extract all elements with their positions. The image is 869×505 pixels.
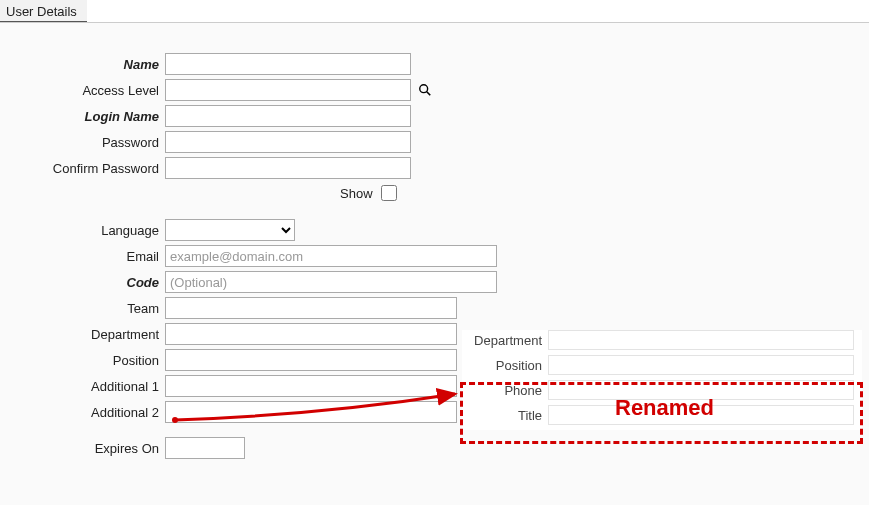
team-input[interactable] — [165, 297, 457, 319]
overlay-position-input[interactable] — [548, 355, 854, 375]
label-show: Show — [340, 186, 373, 201]
user-details-panel: Name Access Level Login Name Password Co… — [0, 22, 869, 505]
language-select[interactable] — [165, 219, 295, 241]
label-position: Position — [0, 353, 165, 368]
renamed-fields-overlay: Department Position Phone Title — [462, 330, 862, 430]
position-input[interactable] — [165, 349, 457, 371]
label-email: Email — [0, 249, 165, 264]
login-name-input[interactable] — [165, 105, 411, 127]
overlay-label-title: Title — [462, 408, 548, 423]
confirm-password-input[interactable] — [165, 157, 411, 179]
svg-line-1 — [427, 92, 431, 96]
tab-user-details[interactable]: User Details — [0, 0, 87, 23]
department-input[interactable] — [165, 323, 457, 345]
label-additional1: Additional 1 — [0, 379, 165, 394]
additional2-input[interactable] — [165, 401, 457, 423]
name-input[interactable] — [165, 53, 411, 75]
label-login-name: Login Name — [0, 109, 165, 124]
show-password-checkbox[interactable] — [381, 185, 397, 201]
label-additional2: Additional 2 — [0, 405, 165, 420]
code-input[interactable] — [165, 271, 497, 293]
additional1-input[interactable] — [165, 375, 457, 397]
search-icon — [418, 83, 432, 97]
label-language: Language — [0, 223, 165, 238]
label-team: Team — [0, 301, 165, 316]
password-input[interactable] — [165, 131, 411, 153]
label-department: Department — [0, 327, 165, 342]
overlay-label-department: Department — [462, 333, 548, 348]
access-level-search-button[interactable] — [415, 80, 435, 100]
label-code: Code — [0, 275, 165, 290]
label-access-level: Access Level — [0, 83, 165, 98]
overlay-label-position: Position — [462, 358, 548, 373]
email-input[interactable] — [165, 245, 497, 267]
overlay-department-input[interactable] — [548, 330, 854, 350]
overlay-title-input[interactable] — [548, 405, 854, 425]
overlay-label-phone: Phone — [462, 383, 548, 398]
svg-point-0 — [420, 85, 428, 93]
access-level-input[interactable] — [165, 79, 411, 101]
label-name: Name — [0, 57, 165, 72]
label-expires-on: Expires On — [0, 441, 165, 456]
expires-on-input[interactable] — [165, 437, 245, 459]
label-password: Password — [0, 135, 165, 150]
label-confirm-password: Confirm Password — [0, 161, 165, 176]
tab-label: User Details — [6, 4, 77, 19]
overlay-phone-input[interactable] — [548, 380, 854, 400]
